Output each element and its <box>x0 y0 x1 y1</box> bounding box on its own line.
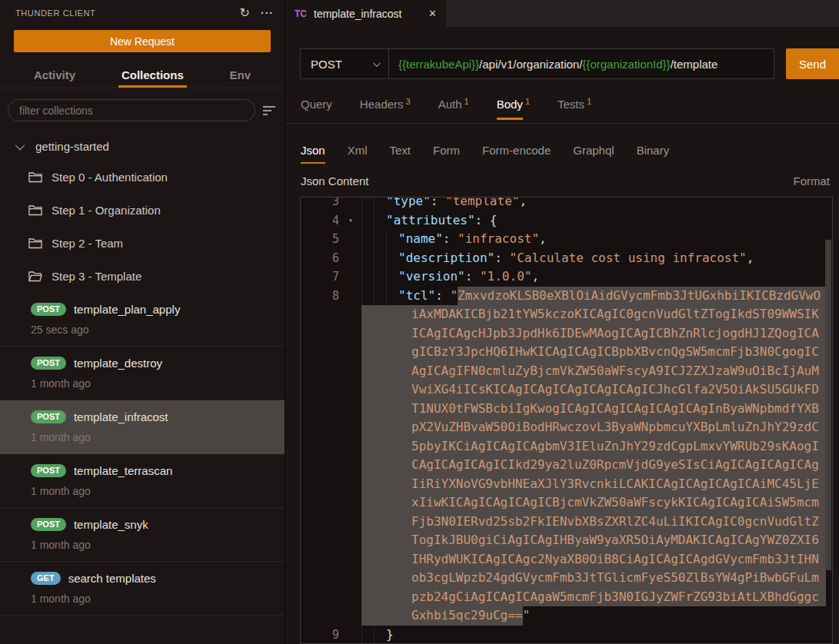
request-name: template_terrascan <box>74 464 172 477</box>
request-name: template_snyk <box>74 518 148 531</box>
token-str: " <box>450 287 458 306</box>
request-item-template-destroy[interactable]: POSTtemplate_destroy1 month ago <box>0 347 285 400</box>
request-tab-label: Headers <box>360 98 404 120</box>
line-number <box>301 324 348 344</box>
line-content: "type": "template", <box>361 197 832 211</box>
line-number: 5 <box>301 230 348 249</box>
close-tab-icon[interactable]: ✕ <box>428 8 437 19</box>
collection-getting-started[interactable]: getting-started <box>0 128 285 161</box>
fold-gutter <box>348 400 361 419</box>
format-button[interactable]: Format <box>793 174 830 188</box>
fold-icon[interactable]: ▾ <box>348 211 361 231</box>
editor-tabstrip: TC template_infracost ✕ <box>285 0 839 27</box>
new-request-button[interactable]: New Request <box>14 30 271 52</box>
url-input[interactable]: {{terrakubeApi}}/api/v1/organization/{{o… <box>389 49 774 78</box>
content-header: Json Content Format <box>285 168 839 197</box>
request-tab-body[interactable]: Body1 <box>497 98 530 123</box>
code-line: 5pbyIKCiAgICAgICAgbmV3IEluZnJhY29zdCgpLm… <box>301 437 832 456</box>
request-item-template-plan-apply[interactable]: POSTtemplate_plan_apply25 secs ago <box>0 293 285 347</box>
token-key: "attributes" <box>386 213 475 227</box>
more-actions-icon[interactable]: ··· <box>261 8 274 18</box>
request-item-search-templates[interactable]: GETsearch templates1 month ago <box>0 562 285 616</box>
line-number <box>301 588 348 607</box>
folder-step-1-organization[interactable]: Step 1 - Organization <box>0 194 285 227</box>
body-tab-form[interactable]: Form <box>433 134 460 168</box>
line-number <box>301 362 348 381</box>
request-tabs: QueryHeaders3Auth1Body1Tests1 <box>285 98 839 124</box>
code-line: 4▾"attributes": { <box>301 211 832 231</box>
request-tab-auth[interactable]: Auth1 <box>438 98 469 123</box>
line-number <box>301 305 348 324</box>
method-select[interactable]: POST <box>301 49 389 78</box>
indent-guides <box>361 230 398 249</box>
body-tab-xml[interactable]: Xml <box>348 134 368 168</box>
sidebar-tab-collections[interactable]: Collections <box>118 61 187 88</box>
request-panel: TC template_infracost ✕ POST {{terrakube… <box>285 0 839 644</box>
filter-collections-input[interactable] <box>8 99 255 121</box>
request-time: 1 month ago <box>31 593 275 605</box>
send-button[interactable]: Send <box>786 48 839 79</box>
selected-text: VwiXG4iICsKICAgICAgICAgICAgICAgICJhcGlfa… <box>361 380 826 400</box>
body-tab-text[interactable]: Text <box>390 134 411 168</box>
folder-open-icon <box>28 271 42 282</box>
line-number: 4 <box>301 211 348 231</box>
selected-text: pzb24gCiAgICAgICAgaW5mcmFjb3N0IGJyZWFrZG… <box>361 588 826 607</box>
line-number: 8 <box>301 287 348 306</box>
json-editor[interactable]: 3"type": "template",4▾"attributes": {5"n… <box>300 197 833 644</box>
sort-icon[interactable] <box>261 105 277 117</box>
fold-gutter <box>348 569 361 588</box>
line-number: 7 <box>301 267 348 287</box>
line-number <box>301 569 348 588</box>
method-badge: POST <box>31 518 66 531</box>
token-punc: , <box>539 231 547 246</box>
body-tab-json[interactable]: Json <box>301 134 325 168</box>
line-number <box>301 343 348 362</box>
indent-guides <box>361 287 398 306</box>
fold-gutter <box>348 362 361 381</box>
request-tab-label: Query <box>301 98 332 120</box>
selected-text: Fjb3N0IERvd25sb2FkIENvbXBsZXRlZC4uLiIKIC… <box>361 513 826 532</box>
body-tab-graphql[interactable]: Graphql <box>573 134 614 168</box>
line-number <box>301 400 348 419</box>
request-time: 25 secs ago <box>31 324 275 336</box>
request-item-template-snyk[interactable]: POSTtemplate_snyk1 month ago <box>0 508 285 562</box>
body-tab-form-encode[interactable]: Form-encode <box>482 134 551 168</box>
editor-tab-template-infracost[interactable]: TC template_infracost ✕ <box>285 0 446 27</box>
body-type-tabs: JsonXmlTextFormForm-encodeGraphqlBinary <box>285 134 839 168</box>
collections-tree: getting-started Step 0 - AuthenticationS… <box>0 128 285 644</box>
request-item-template-terrascan[interactable]: POSTtemplate_terrascan1 month ago <box>0 454 285 508</box>
selected-text: IiRiYXNoVG9vbHNEaXJlY3RvcnkiLCAKICAgICAg… <box>361 475 826 494</box>
token-punc: : <box>435 287 450 306</box>
sidebar-tab-activity[interactable]: Activity <box>31 61 78 88</box>
folder-step-3-template[interactable]: Step 3 - Template <box>0 260 285 293</box>
token-punc: : <box>431 197 445 208</box>
request-time: 1 month ago <box>31 431 275 443</box>
code-line: CAgICAgICAgICIkd29ya2luZ0RpcmVjdG9yeSIsC… <box>301 456 832 475</box>
editor-scrollbar[interactable] <box>825 240 831 570</box>
request-tab-query[interactable]: Query <box>301 98 332 123</box>
request-item-template-infracost[interactable]: POSTtemplate_infracost1 month ago <box>0 400 285 454</box>
request-tab-label: Tests <box>558 98 584 120</box>
request-tab-headers[interactable]: Headers3 <box>360 98 411 123</box>
selected-text: T1NUX0tFWSBcbiIgKwogICAgICAgICAgICAgICAg… <box>361 400 826 419</box>
fold-gutter <box>348 418 361 437</box>
sidebar-tabs: ActivityCollectionsEnv <box>0 61 285 88</box>
code-line: VwiXG4iICsKICAgICAgICAgICAgICAgICJhcGlfa… <box>301 380 832 400</box>
indent-guides <box>361 197 386 211</box>
code-line: IHRydWUKICAgICAgc2NyaXB0OiB8CiAgICAgICAg… <box>301 550 832 569</box>
body-tab-binary[interactable]: Binary <box>637 134 670 168</box>
code-line: gICBzY3JpcHQ6IHwKICAgICAgICBpbXBvcnQgSW5… <box>301 343 832 362</box>
request-row: POSTtemplate_snyk <box>31 518 275 531</box>
request-tab-tests[interactable]: Tests1 <box>558 98 591 123</box>
request-row: POSTtemplate_destroy <box>31 357 275 370</box>
method-badge: POST <box>31 464 66 477</box>
folder-step-2-team[interactable]: Step 2 - Team <box>0 227 285 260</box>
sidebar-header: THUNDER CLIENT ↻ ··· <box>0 0 285 23</box>
folder-step-0-authentication[interactable]: Step 0 - Authentication <box>0 161 285 194</box>
sidebar-tab-env[interactable]: Env <box>227 61 255 88</box>
request-tab-label: Auth <box>438 98 462 120</box>
token-key: "tcl" <box>398 287 435 306</box>
sidebar-title: THUNDER CLIENT <box>15 8 229 18</box>
refresh-icon[interactable]: ↻ <box>240 8 250 18</box>
fold-gutter <box>348 197 361 211</box>
